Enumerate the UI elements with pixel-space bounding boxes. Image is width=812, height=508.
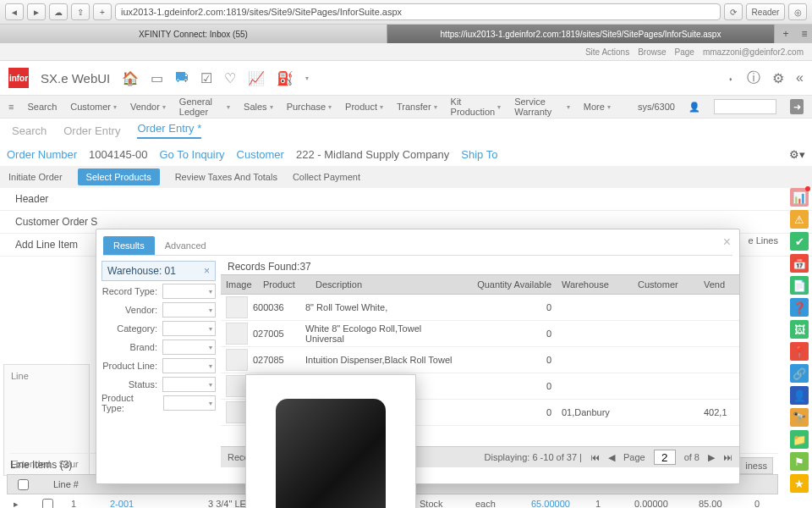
- side-shortcut-icon[interactable]: 🔗: [790, 364, 809, 383]
- side-shortcut-icon[interactable]: 📄: [790, 276, 809, 295]
- side-shortcut-icon[interactable]: 📊: [790, 188, 809, 207]
- first-page-icon[interactable]: ⏮: [590, 452, 600, 462]
- info-icon[interactable]: ⓘ: [747, 69, 760, 87]
- side-shortcut-icon[interactable]: 🖼: [790, 320, 809, 339]
- col-warehouse[interactable]: Warehouse: [557, 279, 633, 290]
- truck-icon[interactable]: ▭: [151, 70, 163, 86]
- back-icon[interactable]: ◄: [5, 3, 24, 20]
- chart-icon[interactable]: 📈: [248, 70, 265, 86]
- close-icon[interactable]: ×: [723, 235, 731, 250]
- col-vendor[interactable]: Vend: [699, 279, 739, 290]
- browser-tab[interactable]: XFINITY Connect: Inbox (55): [0, 25, 387, 43]
- menu-search[interactable]: Search: [27, 102, 57, 112]
- fwd-icon[interactable]: ►: [27, 3, 46, 20]
- share-app-icon[interactable]: ⬪: [727, 70, 735, 86]
- tab-results[interactable]: Results: [103, 236, 155, 255]
- filter-select[interactable]: ▾: [162, 321, 216, 336]
- filter-select[interactable]: ▾: [163, 395, 216, 411]
- col-product[interactable]: Product: [258, 279, 310, 290]
- user-icon[interactable]: 👤: [689, 102, 700, 113]
- col-qty[interactable]: Quantity Available: [464, 279, 557, 290]
- tab-advanced[interactable]: Advanced: [155, 236, 217, 255]
- side-shortcut-icon[interactable]: ❓: [790, 298, 809, 317]
- col-image[interactable]: Image: [221, 279, 258, 290]
- filter-select[interactable]: ▾: [162, 340, 216, 355]
- add-icon[interactable]: +: [93, 3, 112, 20]
- step-collect[interactable]: Collect Payment: [293, 172, 360, 182]
- check-icon[interactable]: ☑: [200, 70, 212, 86]
- rss-icon[interactable]: ◎: [788, 3, 807, 20]
- prev-page-icon[interactable]: ◀: [608, 452, 615, 463]
- menu-sales[interactable]: Sales▾: [244, 102, 273, 112]
- side-shortcut-icon[interactable]: ⚑: [790, 452, 809, 471]
- menu-warranty[interactable]: Service Warranty▾: [514, 97, 570, 117]
- side-shortcut-icon[interactable]: 📁: [790, 430, 809, 449]
- settings-icon[interactable]: ⚙▾: [789, 148, 805, 161]
- browser-tabs: XFINITY Connect: Inbox (55) https://iux2…: [0, 25, 812, 43]
- panel-header[interactable]: Header: [0, 188, 812, 211]
- filter-select[interactable]: ▾: [162, 358, 216, 373]
- gear-icon[interactable]: ⚙: [772, 70, 784, 86]
- side-shortcut-icon[interactable]: ★: [790, 474, 809, 493]
- reader-button[interactable]: Reader: [746, 3, 785, 20]
- side-shortcut-icon[interactable]: ✔: [790, 232, 809, 251]
- filter-select[interactable]: ▾: [162, 302, 216, 318]
- menu-vendor[interactable]: Vendor▾: [130, 102, 166, 112]
- share-icon[interactable]: ⇪: [71, 3, 90, 20]
- topbar-overflow-icon[interactable]: ▾: [305, 75, 309, 82]
- filter-select[interactable]: ▾: [162, 377, 216, 392]
- menu-kit[interactable]: Kit Production▾: [451, 97, 502, 117]
- side-shortcut-icon[interactable]: 📅: [790, 254, 809, 273]
- menu-more[interactable]: More▾: [584, 102, 611, 112]
- customer-link[interactable]: Customer: [237, 148, 284, 161]
- tab-overflow-icon[interactable]: ≡: [797, 25, 812, 43]
- page-input[interactable]: [654, 450, 676, 465]
- clear-icon[interactable]: ×: [204, 265, 210, 277]
- row-checkbox[interactable]: [42, 499, 53, 509]
- step-initiate[interactable]: Initiate Order: [8, 172, 63, 182]
- side-shortcut-icon[interactable]: 🔭: [790, 408, 809, 427]
- next-page-icon[interactable]: ▶: [708, 452, 715, 463]
- address-bar[interactable]: iux2013-1.gdeinfor2.com:1819/sites/Site9…: [115, 3, 721, 20]
- result-row[interactable]: 027085Intuition Dispenser,Black Roll Tow…: [221, 347, 739, 373]
- search-input[interactable]: [714, 99, 776, 114]
- cloud-icon[interactable]: ☁: [49, 3, 68, 20]
- goto-inquiry-link[interactable]: Go To Inquiry: [159, 148, 224, 161]
- forklift-icon[interactable]: ⛟: [175, 70, 189, 86]
- crumb-search[interactable]: Search: [12, 124, 47, 137]
- shipto-link[interactable]: Ship To: [461, 148, 497, 161]
- result-row[interactable]: 027005White 8" Ecologo Roll,Towel Univer…: [221, 321, 739, 347]
- heart-icon[interactable]: ♡: [224, 70, 236, 86]
- home-icon[interactable]: 🏠: [122, 70, 139, 86]
- crumb-orderentry-active[interactable]: Order Entry *: [137, 122, 201, 139]
- go-button[interactable]: ➜: [790, 99, 804, 114]
- col-customer[interactable]: Customer: [633, 279, 699, 290]
- menu-purchase[interactable]: Purchase▾: [287, 102, 332, 112]
- pallet-icon[interactable]: ⛽: [277, 70, 294, 86]
- reload-icon[interactable]: ⟳: [724, 3, 743, 20]
- side-shortcut-icon[interactable]: 📍: [790, 342, 809, 361]
- menu-transfer[interactable]: Transfer▾: [397, 102, 437, 112]
- browse-link[interactable]: Browse: [638, 47, 666, 57]
- browser-tab[interactable]: https://iux2013-1.gdeinfor2.com:1819/sit…: [387, 25, 775, 43]
- hamburger-icon[interactable]: ≡: [8, 102, 14, 112]
- side-shortcut-icon[interactable]: ⚠: [790, 210, 809, 229]
- filter-select[interactable]: ▾: [162, 284, 216, 299]
- col-description[interactable]: Description: [310, 279, 464, 290]
- infor-logo[interactable]: infor: [8, 68, 29, 88]
- site-actions[interactable]: Site Actions: [585, 47, 629, 57]
- warehouse-field[interactable]: Warehouse: 01×: [102, 261, 216, 281]
- menu-customer[interactable]: Customer▾: [70, 102, 117, 112]
- menu-product[interactable]: Product▾: [345, 102, 383, 112]
- new-tab-button[interactable]: +: [775, 25, 797, 43]
- page-link[interactable]: Page: [675, 47, 694, 57]
- collapse-icon[interactable]: «: [796, 70, 804, 86]
- side-shortcut-icon[interactable]: 👤: [790, 386, 809, 405]
- crumb-orderentry[interactable]: Order Entry: [63, 124, 120, 137]
- select-all-checkbox[interactable]: [18, 479, 29, 490]
- result-row[interactable]: 6000368" Roll Towel White,0: [221, 295, 739, 321]
- last-page-icon[interactable]: ⏭: [723, 452, 732, 462]
- step-select-products[interactable]: Select Products: [78, 168, 160, 185]
- menu-gl[interactable]: General Ledger▾: [179, 97, 230, 117]
- step-review[interactable]: Review Taxes And Totals: [175, 172, 277, 182]
